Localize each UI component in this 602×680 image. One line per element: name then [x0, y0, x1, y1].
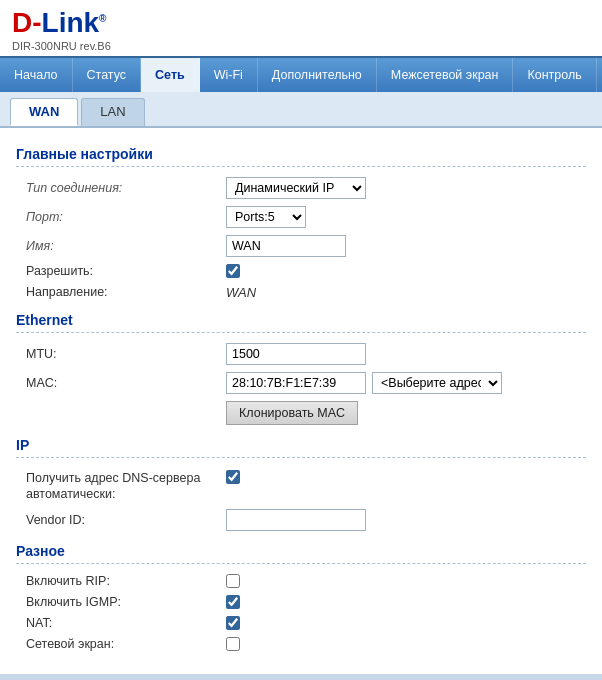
- igmp-label: Включить IGMP:: [26, 595, 226, 609]
- connection-type-label: Тип соединения:: [26, 181, 226, 195]
- rip-label: Включить RIP:: [26, 574, 226, 588]
- rip-value: [226, 574, 240, 588]
- mac-label: MAC:: [26, 376, 226, 390]
- firewall-row: Сетевой экран:: [16, 637, 586, 651]
- firewall-value: [226, 637, 240, 651]
- nav-home[interactable]: Начало: [0, 58, 73, 92]
- vendor-id-row: Vendor ID:: [16, 509, 586, 531]
- nav-firewall[interactable]: Межсетевой экран: [377, 58, 514, 92]
- dns-row: Получить адрес DNS-сервера автоматически…: [16, 468, 586, 503]
- dns-value: [226, 468, 240, 484]
- nat-value: [226, 616, 240, 630]
- navbar: Начало Статус Сеть Wi-Fi Дополнительно М…: [0, 58, 602, 92]
- vendor-id-input[interactable]: [226, 509, 366, 531]
- mtu-value: [226, 343, 366, 365]
- direction-label: Направление:: [26, 285, 226, 299]
- clone-mac-row: Клонировать MAC: [16, 401, 586, 425]
- mtu-label: MTU:: [26, 347, 226, 361]
- vendor-id-label: Vendor ID:: [26, 513, 226, 527]
- tab-bar: WAN LAN: [0, 92, 602, 128]
- connection-type-select[interactable]: Динамический IP: [226, 177, 366, 199]
- igmp-checkbox[interactable]: [226, 595, 240, 609]
- dns-label: Получить адрес DNS-сервера автоматически…: [26, 468, 226, 503]
- logo-registered: ®: [99, 13, 106, 24]
- clone-mac-value: Клонировать MAC: [226, 401, 358, 425]
- nav-wifi[interactable]: Wi-Fi: [200, 58, 258, 92]
- firewall-checkbox[interactable]: [226, 637, 240, 651]
- name-row: Имя:: [16, 235, 586, 257]
- content-area: Главные настройки Тип соединения: Динами…: [0, 128, 602, 675]
- name-label: Имя:: [26, 239, 226, 253]
- igmp-value: [226, 595, 240, 609]
- direction-value: WAN: [226, 285, 256, 300]
- port-row: Порт: Ports:5: [16, 206, 586, 228]
- direction-text: WAN: [226, 285, 256, 300]
- firewall-label: Сетевой экран:: [26, 637, 226, 651]
- nat-checkbox[interactable]: [226, 616, 240, 630]
- allow-checkbox[interactable]: [226, 264, 240, 278]
- allow-label: Разрешить:: [26, 264, 226, 278]
- ip-title: IP: [16, 437, 586, 458]
- igmp-row: Включить IGMP:: [16, 595, 586, 609]
- logo-d: D-: [12, 7, 42, 38]
- ethernet-title: Ethernet: [16, 312, 586, 333]
- header: D-Link® DIR-300NRU rev.B6: [0, 0, 602, 58]
- rip-checkbox[interactable]: [226, 574, 240, 588]
- nav-status[interactable]: Статус: [73, 58, 142, 92]
- allow-row: Разрешить:: [16, 264, 586, 278]
- name-input[interactable]: [226, 235, 346, 257]
- logo: D-Link® DIR-300NRU rev.B6: [12, 8, 590, 52]
- vendor-id-value: [226, 509, 366, 531]
- mac-value: <Выберите адрес>: [226, 372, 502, 394]
- direction-row: Направление: WAN: [16, 285, 586, 300]
- mac-input[interactable]: [226, 372, 366, 394]
- mac-row: MAC: <Выберите адрес>: [16, 372, 586, 394]
- connection-type-row: Тип соединения: Динамический IP: [16, 177, 586, 199]
- main-settings-title: Главные настройки: [16, 146, 586, 167]
- dns-checkbox[interactable]: [226, 470, 240, 484]
- misc-title: Разное: [16, 543, 586, 564]
- nav-system[interactable]: Система: [597, 58, 602, 92]
- port-value: Ports:5: [226, 206, 306, 228]
- nat-label: NAT:: [26, 616, 226, 630]
- name-value: [226, 235, 346, 257]
- tab-wan[interactable]: WAN: [10, 98, 78, 126]
- tab-lan[interactable]: LAN: [81, 98, 144, 126]
- logo-text: D-Link®: [12, 8, 106, 39]
- clone-mac-button[interactable]: Клонировать MAC: [226, 401, 358, 425]
- mtu-input[interactable]: [226, 343, 366, 365]
- nat-row: NAT:: [16, 616, 586, 630]
- nav-advanced[interactable]: Дополнительно: [258, 58, 377, 92]
- nav-network[interactable]: Сеть: [141, 58, 200, 92]
- allow-value: [226, 264, 240, 278]
- model-name: DIR-300NRU rev.B6: [12, 40, 111, 52]
- nav-control[interactable]: Контроль: [513, 58, 596, 92]
- rip-row: Включить RIP:: [16, 574, 586, 588]
- logo-link: Link: [42, 7, 100, 38]
- mac-address-select[interactable]: <Выберите адрес>: [372, 372, 502, 394]
- port-label: Порт:: [26, 210, 226, 224]
- mtu-row: MTU:: [16, 343, 586, 365]
- port-select[interactable]: Ports:5: [226, 206, 306, 228]
- connection-type-value: Динамический IP: [226, 177, 366, 199]
